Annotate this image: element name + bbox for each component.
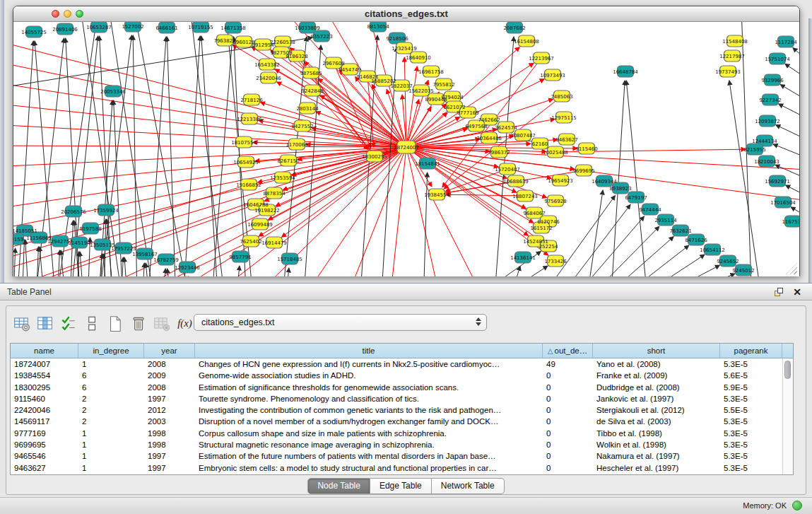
close-panel-icon[interactable]: ✕ — [793, 286, 801, 298]
table-cell[interactable]: 5.9E-5 — [720, 382, 782, 393]
table-cell[interactable]: Yano et al. (2008) — [593, 358, 720, 370]
table-cell[interactable]: 5.6E-5 — [720, 370, 782, 381]
citation-edge-red[interactable] — [13, 40, 406, 147]
citation-edge-black[interactable] — [163, 269, 165, 276]
tab-network-table[interactable]: Network Table — [432, 478, 505, 494]
table-cell[interactable]: 5.3E-5 — [720, 439, 782, 450]
citation-edge-black[interactable] — [779, 104, 799, 121]
table-cell[interactable]: Dudbridge et al. (2008) — [593, 382, 720, 393]
citation-edge-black[interactable] — [167, 37, 176, 276]
column-header-pagerank[interactable]: pagerank — [720, 344, 782, 358]
citation-edge-black[interactable] — [80, 252, 84, 276]
table-cell[interactable]: 9777169 — [11, 428, 78, 439]
citation-edge-black[interactable] — [785, 64, 799, 82]
table-cell[interactable]: 1 — [78, 358, 144, 370]
table-cell[interactable]: 0 — [543, 393, 593, 404]
column-header-title[interactable]: title — [195, 344, 543, 358]
table-panel-header[interactable]: Table Panel ✕ — [0, 283, 812, 300]
citation-edge-black[interactable] — [729, 81, 763, 276]
table-cell[interactable]: Tourette syndrome. Phenomenology and cla… — [195, 393, 543, 404]
table-cell[interactable]: Embryonic stem cells: a model to study s… — [195, 462, 543, 474]
function-builder-icon[interactable]: f(x) — [175, 314, 194, 332]
table-row[interactable]: 969969511998Structural magnetic resonanc… — [11, 439, 793, 450]
table-cell[interactable]: Estimation of the future numbers of pati… — [195, 450, 543, 462]
citation-edge-black[interactable] — [793, 48, 799, 64]
table-cell[interactable]: 9699695 — [11, 439, 78, 450]
table-cell[interactable]: Genome-wide association studies in ADHD. — [195, 370, 543, 381]
table-cell[interactable]: 1997 — [144, 393, 195, 404]
table-cell[interactable]: 22420046 — [11, 404, 78, 416]
table-cell[interactable]: 2003 — [144, 416, 195, 427]
table-cell[interactable]: 2 — [78, 416, 144, 427]
table-cell[interactable]: Hescheler et al. (1997) — [593, 462, 720, 474]
table-cell[interactable]: Investigating the contribution of common… — [195, 404, 543, 416]
network-window-titlebar[interactable]: citations_edges.txt — [13, 6, 799, 22]
table-cell[interactable]: Stergiakouli et al. (2012) — [593, 404, 720, 416]
citation-network-graph[interactable]: 1872400714055725208914061065328715270026… — [13, 22, 799, 276]
table-cell[interactable]: 19384554 — [11, 370, 78, 381]
scrollbar-thumb[interactable] — [784, 361, 791, 379]
table-settings-icon[interactable] — [12, 314, 30, 332]
citation-edge-black[interactable] — [57, 250, 59, 276]
table-row[interactable]: 946362711997Embryonic stem cells: a mode… — [11, 462, 793, 474]
table-cell[interactable]: 0 — [543, 382, 593, 393]
column-header-out_de[interactable]: △out_de… — [543, 344, 593, 358]
table-cell[interactable]: 5.3E-5 — [720, 450, 782, 462]
select-rows-icon[interactable] — [59, 314, 77, 332]
table-row[interactable]: 2242004622012Investigating the contribut… — [11, 404, 793, 416]
table-cell[interactable]: de Silva et al. (2003) — [593, 416, 720, 427]
table-scrollbar[interactable] — [782, 358, 793, 474]
network-canvas[interactable]: 1872400714055725208914061065328715270026… — [13, 22, 799, 276]
table-cell[interactable]: Jankovic et al. (1997) — [593, 393, 720, 404]
citation-edge-black[interactable] — [773, 144, 799, 160]
table-cell[interactable]: 0 — [543, 370, 593, 381]
citation-edge-black[interactable] — [554, 204, 630, 276]
table-row[interactable]: 1938455462009Genome-wide association stu… — [11, 370, 793, 381]
table-cell[interactable]: Changes of HCN gene expression and I(f) … — [195, 358, 543, 370]
citation-edge-black[interactable] — [142, 263, 144, 276]
citation-edge-red[interactable] — [13, 103, 406, 147]
table-cell[interactable]: Franke et al. (2009) — [593, 370, 720, 381]
table-cell[interactable]: Estimation of significance thresholds fo… — [195, 382, 543, 393]
table-cell[interactable]: 2 — [78, 404, 144, 416]
table-cell[interactable]: 2008 — [144, 358, 195, 370]
citation-edge-black[interactable] — [628, 255, 705, 276]
column-header-in_degree[interactable]: in_degree — [78, 344, 144, 358]
table-selector-dropdown[interactable]: citations_edges.txt — [194, 314, 487, 331]
citation-edge-black[interactable] — [660, 274, 735, 276]
citation-edge-black[interactable] — [190, 22, 225, 276]
column-header-name[interactable]: name — [11, 344, 78, 358]
table-row[interactable]: 1456911722003Disruption of a novel membe… — [11, 416, 793, 427]
table-cell[interactable]: 2012 — [144, 404, 195, 416]
table-row[interactable]: 977716911998Corpus callosum shape and si… — [11, 428, 793, 439]
table-cell[interactable]: Corpus callosum shape and size in male p… — [195, 428, 543, 439]
table-cell[interactable]: 0 — [543, 428, 593, 439]
table-row[interactable]: 1872400712008Changes of HCN gene express… — [11, 358, 793, 370]
table-cell[interactable]: 0 — [543, 439, 593, 450]
table-cell[interactable]: 2 — [78, 393, 144, 404]
table-cell[interactable]: 14569117 — [11, 416, 78, 427]
create-table-icon[interactable] — [105, 314, 124, 332]
table-cell[interactable]: 9465546 — [11, 450, 78, 462]
citation-edge-red[interactable] — [406, 147, 799, 170]
table-cell[interactable]: Disruption of a novel member of a sodium… — [195, 416, 543, 427]
citation-edge-black[interactable] — [613, 245, 689, 276]
citation-edge-black[interactable] — [776, 125, 799, 142]
citation-edge-black[interactable] — [22, 240, 25, 276]
table-cell[interactable]: 1 — [78, 428, 144, 439]
citation-edge-black[interactable] — [586, 190, 603, 276]
table-cell[interactable]: 0 — [543, 404, 593, 416]
table-cell[interactable]: 0 — [543, 416, 593, 427]
table-cell[interactable]: 6 — [78, 382, 144, 393]
column-header-year[interactable]: year — [144, 344, 195, 358]
table-cell[interactable]: 9463627 — [11, 462, 78, 474]
table-cell[interactable]: 18300295 — [11, 382, 78, 393]
table-cell[interactable]: 49 — [543, 358, 593, 370]
table-cell[interactable]: 5.5E-5 — [720, 404, 782, 416]
table-cell[interactable]: 2008 — [144, 382, 195, 393]
citation-edge-black[interactable] — [25, 240, 29, 276]
table-cell[interactable]: Tibbo et al. (1998) — [593, 428, 720, 439]
table-cell[interactable]: 1 — [78, 450, 144, 462]
tab-edge-table[interactable]: Edge Table — [370, 478, 432, 494]
table-cell[interactable]: 5.3E-5 — [720, 393, 782, 404]
